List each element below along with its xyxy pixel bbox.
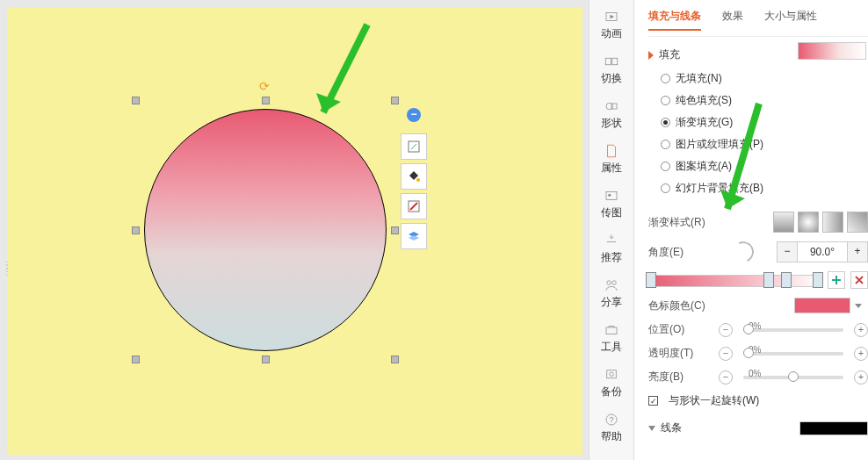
radio-label: 纯色填充(S): [676, 93, 732, 108]
line-preview-swatch[interactable]: [799, 421, 868, 435]
transparency-slider[interactable]: 0%: [743, 352, 843, 356]
svg-rect-17: [607, 370, 617, 378]
svg-point-18: [610, 372, 614, 377]
svg-point-14: [607, 281, 611, 285]
resize-handle[interactable]: [391, 97, 399, 104]
stop-color-picker[interactable]: [794, 298, 850, 313]
position-decrement[interactable]: −: [719, 323, 733, 337]
radio-solid-fill[interactable]: 纯色填充(S): [661, 93, 868, 108]
slide[interactable]: ⟳ −: [7, 7, 582, 455]
rail-recommend[interactable]: 推荐: [590, 229, 633, 269]
gradient-stop[interactable]: [646, 272, 656, 288]
delete-shape-button[interactable]: −: [407, 108, 421, 122]
rotate-handle[interactable]: ⟳: [259, 79, 271, 91]
fill-type-radios: 无填充(N) 纯色填充(S) 渐变填充(G) 图片或纹理填充(P) 图案填充(A…: [661, 71, 868, 196]
rotate-with-shape-checkbox[interactable]: [648, 396, 658, 406]
drag-handle-icon[interactable]: ⋮⋮⋮⋮⋮⋮: [0, 263, 11, 274]
radio-label: 无填充(N): [676, 71, 722, 86]
caret-down-icon: [648, 51, 654, 60]
position-increment[interactable]: +: [854, 323, 868, 337]
rail-label: 备份: [601, 385, 622, 399]
tab-effect[interactable]: 效果: [722, 9, 743, 31]
stop-color-row: 色标颜色(C): [648, 298, 868, 313]
tab-size-prop[interactable]: 大小与属性: [764, 9, 817, 31]
gradient-stop[interactable]: [813, 272, 823, 288]
label: 色标颜色(C): [648, 298, 713, 313]
label: 渐变样式(R): [648, 215, 713, 230]
section-title: 填充: [659, 47, 680, 62]
radio-no-fill[interactable]: 无填充(N): [661, 71, 868, 86]
preset-linear-h[interactable]: [822, 212, 843, 233]
rail-help[interactable]: ?帮助: [590, 408, 633, 448]
shape-selection[interactable]: ⟳: [135, 100, 395, 360]
radio-label: 幻灯片背景填充(B): [676, 181, 763, 196]
angle-decrement[interactable]: −: [778, 242, 797, 262]
rail-backup[interactable]: 备份: [590, 363, 633, 403]
resize-handle[interactable]: [391, 226, 399, 234]
preset-linear[interactable]: [773, 212, 794, 233]
resize-handle[interactable]: [132, 356, 140, 363]
section-title: 线条: [661, 420, 682, 435]
brightness-increment[interactable]: +: [854, 370, 868, 385]
rail-attributes[interactable]: 属性: [590, 140, 633, 179]
slider-value: 0%: [749, 369, 761, 378]
transparency-decrement[interactable]: −: [719, 347, 733, 361]
radio-picture-fill[interactable]: 图片或纹理填充(P): [661, 137, 868, 152]
preset-diag[interactable]: [847, 212, 868, 233]
rail-upload[interactable]: 传图: [590, 184, 633, 224]
rail-label: 形状: [601, 116, 622, 131]
gradient-bar[interactable]: [648, 275, 822, 287]
fill-preview-swatch[interactable]: [798, 42, 866, 60]
rail-share[interactable]: 分享: [590, 274, 633, 313]
layer-shape-button[interactable]: [401, 223, 427, 249]
gradient-stop[interactable]: [781, 272, 792, 288]
resize-handle[interactable]: [391, 356, 399, 363]
rail-transition[interactable]: 切换: [590, 50, 633, 90]
rotate-with-shape-row[interactable]: 与形状一起旋转(W): [648, 393, 868, 408]
caret-right-icon: [648, 426, 655, 431]
radio-gradient-fill[interactable]: 渐变填充(G): [661, 115, 868, 130]
rail-label: 切换: [601, 71, 622, 86]
section-line-header[interactable]: 线条: [648, 420, 868, 435]
rail-label: 动画: [601, 26, 622, 41]
fill-shape-button[interactable]: [401, 163, 427, 190]
radio-slidebg-fill[interactable]: 幻灯片背景填充(B): [661, 181, 868, 196]
angle-dial[interactable]: [730, 239, 757, 266]
transparency-row: 透明度(T) − 0% +: [648, 346, 868, 361]
position-slider[interactable]: 0%: [743, 328, 843, 332]
svg-rect-16: [606, 327, 617, 334]
gradient-stop[interactable]: [763, 272, 774, 288]
resize-handle[interactable]: [262, 97, 270, 104]
rail-shape[interactable]: 形状: [590, 95, 633, 134]
properties-panel: 填充与线条 效果 大小与属性 填充 无填充(N) 纯色填充(S) 渐变填充(G)…: [634, 0, 868, 460]
resize-handle[interactable]: [262, 356, 270, 363]
gradient-presets: [773, 212, 868, 233]
brightness-decrement[interactable]: −: [719, 370, 733, 385]
resize-handle[interactable]: [132, 226, 140, 234]
add-stop-button[interactable]: [828, 271, 845, 289]
angle-increment[interactable]: +: [848, 242, 867, 262]
label: 角度(E): [648, 245, 713, 260]
tab-fill-line[interactable]: 填充与线条: [648, 9, 701, 31]
preset-radial[interactable]: [798, 212, 819, 233]
radio-pattern-fill[interactable]: 图案填充(A): [661, 159, 868, 174]
rail-tools[interactable]: 工具: [590, 319, 633, 358]
angle-value[interactable]: 90.0°: [797, 242, 848, 262]
gradient-stops-row: [648, 271, 868, 289]
outline-shape-button[interactable]: [401, 193, 427, 219]
svg-point-1: [416, 178, 420, 182]
shape-floating-toolbar: [401, 133, 427, 249]
shape-circle[interactable]: [144, 109, 387, 351]
label: 透明度(T): [648, 346, 713, 361]
svg-point-15: [612, 281, 617, 285]
resize-handle[interactable]: [132, 97, 140, 104]
label: 位置(O): [648, 322, 713, 337]
transparency-increment[interactable]: +: [854, 347, 868, 361]
rail-label: 分享: [601, 295, 622, 310]
remove-stop-button[interactable]: [850, 271, 868, 289]
rail-animation[interactable]: 动画: [590, 5, 633, 45]
brightness-row: 亮度(B) − 0% +: [648, 370, 868, 385]
radio-label: 渐变填充(G): [676, 115, 733, 130]
edit-shape-button[interactable]: [401, 133, 427, 160]
brightness-slider[interactable]: 0%: [743, 376, 843, 379]
